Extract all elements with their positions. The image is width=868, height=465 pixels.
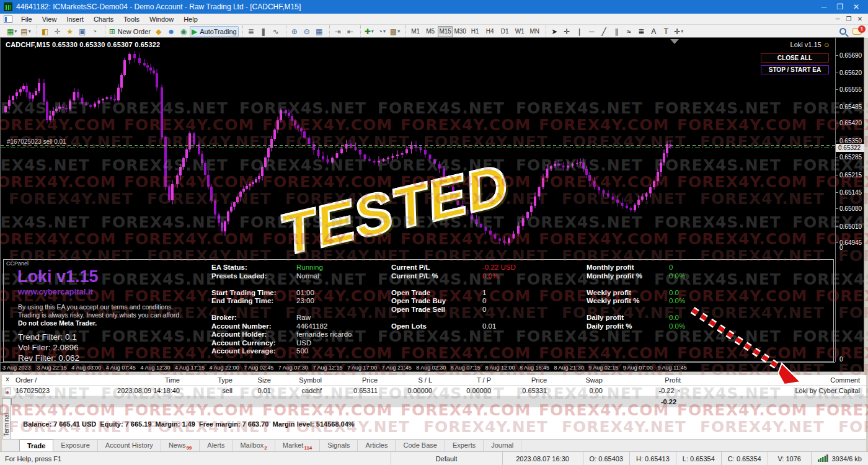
column-header-symbol[interactable]: Symbol xyxy=(276,374,327,386)
trendline-tool[interactable]: ╱ xyxy=(598,26,610,37)
bar-chart-button[interactable]: ≣ xyxy=(245,26,257,37)
expert-advisors-button[interactable]: ◆ xyxy=(153,26,165,37)
column-header-tp[interactable]: T / P xyxy=(437,374,496,386)
tab-news[interactable]: News99 xyxy=(161,440,200,451)
child-restore-button[interactable]: ❐ xyxy=(843,16,854,22)
periods-button[interactable]: ◔▾ xyxy=(376,26,388,37)
price-axis[interactable]: 0.656900.656200.655550.654850.654200.653… xyxy=(835,38,864,362)
timeframe-m30[interactable]: M30 xyxy=(453,26,467,37)
metaquotes-id-button[interactable]: ☻ xyxy=(165,26,177,37)
column-header-price[interactable]: Price xyxy=(496,374,552,386)
dropdown-caret-icon[interactable]: ▾ xyxy=(681,29,683,34)
chat-icon[interactable]: 1 xyxy=(852,28,862,35)
column-header-comment[interactable]: Comment xyxy=(686,374,866,386)
tab-experts[interactable]: Experts xyxy=(445,440,484,451)
chart-shift-button[interactable]: ⇤ xyxy=(344,26,356,37)
timeframe-h4[interactable]: H4 xyxy=(482,26,497,37)
new-order-button[interactable]: ⊞New Order xyxy=(107,26,153,37)
timeframe-d1[interactable]: D1 xyxy=(497,26,512,37)
column-header-size[interactable]: Size xyxy=(237,374,276,386)
menu-charts[interactable]: Charts xyxy=(89,14,118,24)
terminal-header-row[interactable]: Order /TimeTypeSizeSymbolPriceS / LT / P… xyxy=(2,374,866,386)
zoom-out-button[interactable]: ⊖ xyxy=(301,26,313,37)
channel-tool[interactable]: ∥ xyxy=(610,26,622,37)
terminal-close-button[interactable]: x xyxy=(4,376,11,383)
auto-scroll-button[interactable]: ⇥ xyxy=(332,26,344,37)
chart-window[interactable]: CADCHF,M15 0.65330 0.65330 0.65307 0.653… xyxy=(0,37,864,372)
candlestick-button[interactable]: ❚ xyxy=(257,26,270,37)
ea-panel-row xyxy=(211,306,277,314)
timeframe-m1[interactable]: M1 xyxy=(408,26,423,37)
tab-market[interactable]: Market114 xyxy=(275,440,321,451)
line-chart-button[interactable]: ∿ xyxy=(270,26,282,37)
horizontal-line-tool[interactable]: ─ xyxy=(585,26,598,37)
child-close-button[interactable]: ✕ xyxy=(854,16,866,22)
news-button[interactable]: ◉ xyxy=(177,26,190,37)
tab-signals[interactable]: Signals xyxy=(320,440,358,451)
zoom-in-button[interactable]: ⊕ xyxy=(288,26,301,37)
dropdown-caret-icon[interactable]: ▾ xyxy=(14,29,17,34)
fibonacci-tool[interactable]: ≈ xyxy=(622,26,635,37)
fibo-levels-tool[interactable]: ≣ xyxy=(635,26,647,37)
timeframe-mn[interactable]: MN xyxy=(527,26,542,37)
new-chart-button[interactable]: ▦▾ xyxy=(5,26,19,37)
timeframe-m15[interactable]: M15 xyxy=(438,26,453,37)
menu-window[interactable]: Window xyxy=(144,14,179,24)
menu-tools[interactable]: Tools xyxy=(118,14,144,24)
restore-button[interactable]: ❐ xyxy=(832,2,848,11)
dropdown-caret-icon[interactable]: ▾ xyxy=(371,29,374,34)
timeframe-h1[interactable]: H1 xyxy=(467,26,482,37)
crosshair-tool[interactable]: ✛ xyxy=(560,26,573,37)
tab-trade[interactable]: Trade xyxy=(19,440,53,451)
child-minimize-button[interactable]: ─ xyxy=(832,16,843,22)
menu-view[interactable]: View xyxy=(37,14,62,24)
terminal-button[interactable]: ▣ xyxy=(76,26,89,37)
search-icon[interactable] xyxy=(839,28,846,35)
minimize-button[interactable]: ─ xyxy=(816,2,832,11)
tile-windows-button[interactable]: ▦ xyxy=(313,26,326,37)
column-header-type[interactable]: Type xyxy=(185,374,237,386)
dropdown-caret-icon[interactable]: ▾ xyxy=(383,29,386,34)
column-header-profit[interactable]: Profit xyxy=(608,374,686,386)
column-header-swap[interactable]: Swap xyxy=(552,374,608,386)
menu-help[interactable]: Help xyxy=(179,14,203,24)
tab-journal[interactable]: Journal xyxy=(484,440,521,451)
dropdown-caret-icon[interactable]: ▾ xyxy=(29,29,31,34)
order-row[interactable]: 1670250232023.08.09 14:18:40sell0.01cadc… xyxy=(2,386,866,396)
arrows-tool[interactable]: ✛▾ xyxy=(672,26,685,37)
column-header-sl[interactable]: S / L xyxy=(383,374,437,386)
close-button[interactable]: ✕ xyxy=(848,2,864,11)
timeframe-w1[interactable]: W1 xyxy=(512,26,527,37)
close-all-button[interactable]: CLOSE ALL xyxy=(761,53,829,63)
chart-shift-marker[interactable] xyxy=(670,39,679,44)
autotrading-button[interactable]: ▶AutoTrading xyxy=(190,26,239,37)
column-header-time[interactable]: Time xyxy=(84,374,185,386)
time-axis[interactable]: 3 Aug 20233 Aug 22:154 Aug 03:004 Aug 07… xyxy=(1,362,835,371)
label-tool[interactable]: T xyxy=(660,26,672,37)
close-order-icon[interactable]: × xyxy=(677,387,681,394)
menu-file[interactable]: File xyxy=(16,14,37,24)
profiles-button[interactable]: ▤▾ xyxy=(19,26,32,37)
indicators-button[interactable]: ✚▾ xyxy=(363,26,376,37)
tab-alerts[interactable]: Alerts xyxy=(200,440,232,451)
tab-articles[interactable]: Articles xyxy=(358,440,396,451)
tab-code-base[interactable]: Code Base xyxy=(396,440,445,451)
column-header-price[interactable]: Price xyxy=(327,374,383,386)
navigator-button[interactable]: ★ xyxy=(64,26,76,37)
tab-mailbox[interactable]: Mailbox2 xyxy=(232,440,275,451)
tab-account-history[interactable]: Account History xyxy=(98,440,161,451)
cursor-tool[interactable]: ➤ xyxy=(548,26,560,37)
menu-insert[interactable]: Insert xyxy=(61,14,89,24)
data-window-button[interactable]: ✛ xyxy=(51,26,64,37)
templates-button[interactable]: ▩▾ xyxy=(388,26,402,37)
stop-start-ea-button[interactable]: STOP / START EA xyxy=(761,65,829,74)
market-watch-button[interactable]: ◧ xyxy=(39,26,51,37)
text-tool[interactable]: A xyxy=(647,26,660,37)
tab-exposure[interactable]: Exposure xyxy=(53,440,97,451)
column-header-order[interactable]: Order / xyxy=(2,374,84,386)
dropdown-caret-icon[interactable]: ▾ xyxy=(397,29,400,34)
ea-url[interactable]: www.cybercapital.it xyxy=(18,287,93,296)
vertical-line-tool[interactable]: ∣ xyxy=(573,26,585,37)
strategy-tester-button[interactable]: ◔ xyxy=(89,26,101,37)
timeframe-m5[interactable]: M5 xyxy=(423,26,438,37)
